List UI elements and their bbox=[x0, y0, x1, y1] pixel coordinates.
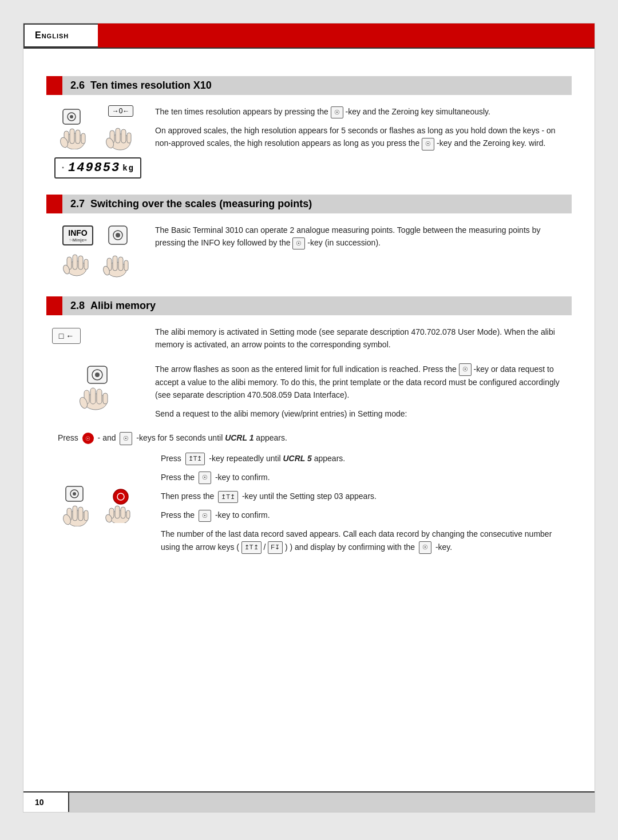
q-key-icon-2-7: ☉ bbox=[292, 237, 305, 250]
section-2-8-text1: The alibi memory is activated in Setting… bbox=[155, 326, 566, 357]
circle-key-2-7 bbox=[106, 224, 129, 247]
section-2-8-para9: The number of the last data record saved… bbox=[161, 528, 566, 553]
section-2-8-para8: Press the ☉ -key to confirm. bbox=[161, 509, 566, 522]
header-red-bar bbox=[98, 23, 595, 47]
section-red-block-2-8 bbox=[46, 296, 62, 315]
header-lang-label: English bbox=[35, 30, 69, 41]
svg-rect-52 bbox=[115, 506, 120, 518]
section-2-8-para3: Send a request to the alibi memory (view… bbox=[155, 407, 566, 420]
scale-display-2-6: ▪ 149853 kg bbox=[54, 157, 141, 179]
scale-unit: kg bbox=[122, 164, 134, 173]
content: 2.6 Ten times resolution X10 bbox=[23, 49, 595, 600]
info-sublabel: ↑·Min|e= bbox=[69, 237, 86, 243]
svg-rect-13 bbox=[127, 133, 131, 143]
section-2-8-standalone: Press ☉ - and ☉ -keys for 5 seconds unti… bbox=[52, 431, 566, 560]
q-key-icon-2-8e: ☉ bbox=[419, 541, 431, 554]
section-2-7-body: INFO ↑·Min|e= bbox=[46, 224, 572, 280]
svg-point-48 bbox=[113, 489, 128, 504]
section-2-8-para1: The alibi memory is activated in Setting… bbox=[155, 326, 566, 351]
page-number-text: 10 bbox=[35, 798, 44, 807]
section-2-6-text: The ten times resolution appears by pres… bbox=[155, 105, 566, 179]
section-2-8-para5: Press ↥T↥ -key repeatedly until UCRL 5 a… bbox=[161, 452, 566, 465]
section-2-7-header: 2.7 Switching over the scales (measuring… bbox=[46, 195, 572, 213]
section-title-2-7: 2.7 Switching over the scales (measuring… bbox=[62, 195, 572, 213]
svg-rect-27 bbox=[118, 257, 123, 271]
section-2-8-header: 2.8 Alibi memory bbox=[46, 296, 572, 315]
svg-point-23 bbox=[116, 233, 120, 237]
section-2-6-header: 2.6 Ten times resolution X10 bbox=[46, 76, 572, 95]
hand-key-icon-2-8 bbox=[75, 365, 121, 411]
section-2-7-para1: The Basic Terminal 3010 can operate 2 an… bbox=[155, 224, 566, 249]
svg-rect-36 bbox=[97, 389, 102, 404]
svg-rect-46 bbox=[84, 510, 88, 521]
svg-point-41 bbox=[73, 492, 76, 496]
section-2-6-para1: The ten times resolution appears by pres… bbox=[155, 105, 566, 118]
section-2-7-number: 2.7 bbox=[70, 198, 85, 210]
q-key-icon-2-8b: ☉ bbox=[120, 432, 132, 445]
svg-rect-12 bbox=[121, 129, 126, 143]
section-red-block-2-6 bbox=[46, 76, 62, 95]
red-key-icon: ☉ bbox=[82, 433, 94, 444]
hand-zeroing-icon bbox=[101, 120, 141, 152]
svg-point-2 bbox=[70, 115, 73, 118]
footer-gray-bar bbox=[69, 793, 595, 812]
section-2-8-row1: □ ← The alibi memory is activated in Set… bbox=[52, 326, 566, 357]
hand-red-key-icon bbox=[104, 489, 138, 523]
svg-rect-37 bbox=[103, 393, 108, 404]
section-2-7-text: The Basic Terminal 3010 can operate 2 an… bbox=[155, 224, 566, 280]
ucrl1-text: UCRL 1 bbox=[225, 433, 253, 442]
section-2-8-body: □ ← The alibi memory is activated in Set… bbox=[46, 326, 572, 560]
zeroing-key-2-6: →0← bbox=[108, 105, 134, 117]
section-2-8-para7: Then press the ↥T↥ -key until the Settin… bbox=[161, 490, 566, 503]
page-footer: 10 bbox=[23, 791, 595, 812]
hand-circle-key-2-7 bbox=[101, 249, 135, 280]
t-key-icon-3: ↥T↥ bbox=[241, 541, 262, 554]
svg-rect-7 bbox=[81, 133, 85, 144]
svg-rect-26 bbox=[113, 256, 117, 271]
page: English 2.6 Ten times resolution X10 bbox=[23, 23, 595, 813]
section-red-block-2-7 bbox=[46, 195, 62, 213]
section-2-8-text3: Press ↥T↥ -key repeatedly until UCRL 5 a… bbox=[161, 452, 566, 560]
section-2-8-row3: Press ↥T↥ -key repeatedly until UCRL 5 a… bbox=[58, 452, 566, 560]
svg-point-32 bbox=[95, 373, 100, 377]
svg-rect-28 bbox=[124, 260, 128, 271]
section-2-8-row2: The arrow flashes as soon as the entered… bbox=[52, 363, 566, 426]
f-key-icon: F↧ bbox=[268, 541, 283, 554]
section-2-8-para6: Press the ☉ -key to confirm. bbox=[161, 471, 566, 484]
section-2-6-para2: On approved scales, the high resolution … bbox=[155, 124, 566, 150]
t-key-icon-2: ↥T↥ bbox=[218, 491, 238, 504]
q-key-icon-1: ☉ bbox=[331, 106, 343, 119]
svg-rect-19 bbox=[84, 259, 88, 270]
section-2-6-body: →0← bbox=[46, 105, 572, 179]
svg-rect-6 bbox=[76, 130, 80, 144]
hand-key-icon-2-8b bbox=[58, 485, 98, 526]
section-2-8-text2: The arrow flashes as soon as the entered… bbox=[155, 363, 566, 426]
section-2-7-images-row: INFO ↑·Min|e= bbox=[61, 224, 135, 280]
t-key-icon-1: ↥T↥ bbox=[185, 453, 205, 465]
svg-rect-44 bbox=[73, 506, 77, 521]
header-bar: English bbox=[23, 23, 595, 49]
hand-key-icon-2-6 bbox=[55, 108, 95, 149]
section-2-8-para4: Press ☉ - and ☉ -keys for 5 seconds unti… bbox=[58, 431, 566, 445]
section-2-6-number: 2.6 bbox=[70, 80, 85, 92]
svg-rect-18 bbox=[78, 256, 83, 270]
header-lang-box: English bbox=[23, 23, 98, 47]
q-key-icon-2-8c: ☉ bbox=[199, 471, 211, 484]
section-2-8-title: Alibi memory bbox=[90, 300, 156, 312]
svg-rect-45 bbox=[78, 507, 83, 521]
svg-rect-54 bbox=[126, 510, 130, 518]
section-2-7-title: Switching over the scales (measuring poi… bbox=[90, 198, 312, 210]
svg-rect-5 bbox=[70, 129, 74, 144]
svg-rect-53 bbox=[121, 507, 125, 518]
footer-page-number: 10 bbox=[23, 793, 69, 812]
scale-value: 149853 bbox=[68, 161, 120, 175]
ucrl2-text: UCRL 5 bbox=[283, 454, 312, 463]
section-2-6-images: →0← bbox=[52, 105, 144, 179]
hand-info-icon bbox=[61, 248, 95, 279]
info-label: INFO bbox=[68, 228, 87, 237]
q-key-icon-2-8d: ☉ bbox=[199, 510, 211, 522]
section-2-6-title: Ten times resolution X10 bbox=[90, 80, 212, 92]
svg-rect-11 bbox=[116, 128, 120, 143]
q-key-icon-2-8a: ☉ bbox=[459, 363, 472, 376]
info-button: INFO ↑·Min|e= bbox=[62, 225, 93, 245]
